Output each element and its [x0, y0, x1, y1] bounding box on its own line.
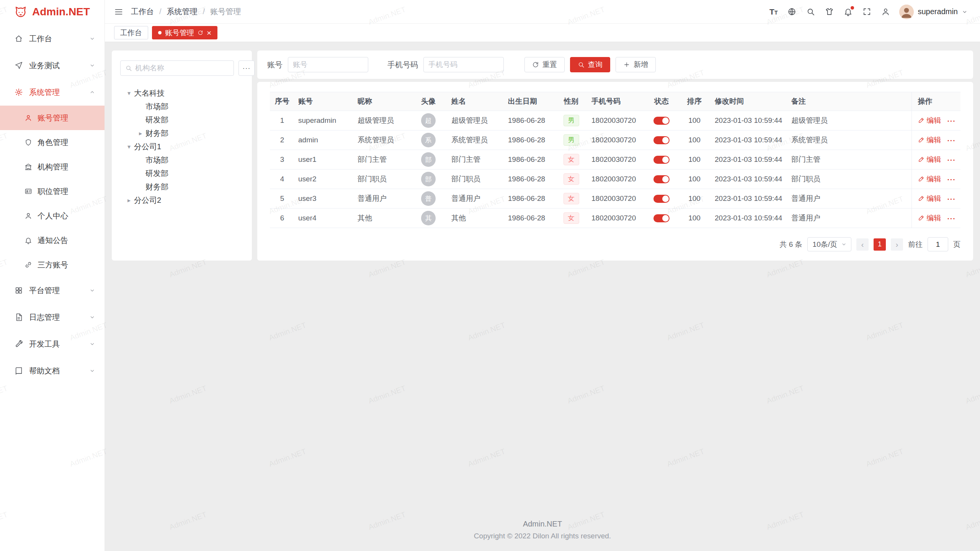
sidebar-item-system[interactable]: 系统管理 [0, 79, 105, 106]
status-toggle[interactable] [653, 175, 670, 183]
row-more-button[interactable]: ··· [947, 195, 956, 203]
user-center-button[interactable] [881, 7, 890, 16]
edit-button[interactable]: 编辑 [918, 135, 941, 145]
menu-collapse-button[interactable] [114, 7, 123, 16]
cell-index: 5 [270, 189, 294, 209]
sidebar-item-workbench[interactable]: 工作台 [0, 25, 105, 52]
tree-node-label: 大名科技 [134, 88, 165, 98]
theme-button[interactable] [825, 7, 834, 16]
breadcrumb-item[interactable]: 账号管理 [210, 7, 241, 17]
bell-button[interactable] [844, 7, 853, 16]
sidebar-item-account[interactable]: 账号管理 [0, 106, 105, 130]
row-more-button[interactable]: ··· [947, 156, 956, 164]
tab-account[interactable]: 账号管理× [152, 26, 217, 39]
status-toggle[interactable] [653, 195, 670, 203]
tree-caret-right-icon[interactable]: ▸ [136, 130, 145, 137]
sidebar-item-business-test[interactable]: 业务测试 [0, 52, 105, 79]
search-button[interactable] [806, 7, 815, 16]
tab-active-dot [158, 31, 162, 34]
add-button[interactable]: 新增 [616, 57, 656, 72]
edit-button[interactable]: 编辑 [918, 194, 941, 204]
sidebar-item-third-account[interactable]: 三方账号 [0, 253, 105, 277]
status-toggle[interactable] [653, 136, 670, 144]
edit-button[interactable]: 编辑 [918, 116, 941, 126]
tab-refresh-icon[interactable] [198, 30, 203, 36]
breadcrumb-item[interactable]: 系统管理 [167, 7, 198, 17]
cell-birth: 1986-06-28 [504, 189, 555, 209]
edit-button[interactable]: 编辑 [918, 174, 941, 184]
tree-node[interactable]: 研发部 [120, 167, 243, 180]
globe-icon [787, 7, 796, 16]
sidebar-item-help[interactable]: 帮助文档 [0, 357, 105, 384]
sidebar-item-notice[interactable]: 通知公告 [0, 228, 105, 253]
row-more-button[interactable]: ··· [947, 137, 956, 145]
sidebar-menu: 工作台业务测试系统管理账号管理角色管理机构管理职位管理个人中心通知公告三方账号平… [0, 24, 105, 551]
search-button[interactable]: 查询 [570, 57, 610, 72]
tree-node[interactable]: ▾分公司1 [120, 140, 243, 153]
sidebar-item-devtools[interactable]: 开发工具 [0, 331, 105, 357]
account-table: 序号账号昵称头像姓名出生日期性别手机号码状态排序修改时间备注操作 1supera… [270, 92, 960, 228]
sidebar-item-role[interactable]: 角色管理 [0, 130, 105, 155]
chevron-down-icon [89, 62, 95, 68]
column-header: 姓名 [448, 92, 504, 111]
tree-node[interactable]: 财务部 [120, 180, 243, 194]
org-search-input[interactable] [135, 64, 229, 72]
next-page-button[interactable]: › [891, 238, 903, 251]
user-menu[interactable]: superadmin [899, 5, 968, 19]
app-logo[interactable]: Admin.NET [0, 0, 105, 24]
cell-order: 100 [678, 189, 711, 209]
cell-status [645, 209, 678, 228]
cell-status [645, 130, 678, 150]
tree-node[interactable]: 研发部 [120, 113, 243, 127]
sidebar-item-platform[interactable]: 平台管理 [0, 277, 105, 304]
org-more-button[interactable]: ··· [238, 60, 255, 76]
account-table-card: 序号账号昵称头像姓名出生日期性别手机号码状态排序修改时间备注操作 1supera… [257, 82, 973, 261]
tree-caret-down-icon[interactable]: ▾ [124, 143, 134, 150]
edit-button[interactable]: 编辑 [918, 213, 941, 223]
row-more-button[interactable]: ··· [947, 176, 956, 184]
tab-close-icon[interactable]: × [207, 29, 211, 37]
row-more-button[interactable]: ··· [947, 117, 956, 125]
switch-knob [662, 137, 669, 143]
sidebar-item-label: 个人中心 [38, 211, 68, 221]
edit-icon [918, 137, 924, 143]
switch-knob [662, 117, 669, 124]
prev-page-button[interactable]: ‹ [856, 238, 869, 251]
font-size-button[interactable]: TT [769, 8, 777, 16]
phone-input[interactable] [428, 60, 499, 69]
page-size-select[interactable]: 10条/页 [807, 237, 851, 251]
sidebar-item-log[interactable]: 日志管理 [0, 304, 105, 331]
cell-remark: 超级管理员 [787, 111, 911, 130]
tree-node[interactable]: 市场部 [120, 153, 243, 167]
status-toggle[interactable] [653, 156, 670, 164]
goto-page-input[interactable] [928, 237, 948, 251]
account-input[interactable] [293, 60, 363, 69]
sidebar-item-org[interactable]: 机构管理 [0, 155, 105, 179]
tree-node[interactable]: ▸财务部 [120, 127, 243, 140]
status-toggle[interactable] [653, 117, 670, 125]
sidebar-item-profile[interactable]: 个人中心 [0, 204, 105, 228]
fullscreen-button[interactable] [862, 7, 871, 16]
tree-node[interactable]: ▸分公司2 [120, 194, 243, 207]
globe-button[interactable] [787, 7, 796, 16]
cell-avatar: 部 [409, 170, 448, 189]
cell-avatar: 系 [409, 130, 448, 150]
tree-node[interactable]: ▾大名科技 [120, 86, 243, 100]
edit-icon [918, 195, 924, 202]
username: superadmin [918, 7, 958, 16]
user-icon [24, 114, 32, 122]
tree-caret-down-icon[interactable]: ▾ [124, 90, 134, 97]
cell-phone: 18020030720 [588, 130, 645, 150]
row-more-button[interactable]: ··· [947, 215, 956, 223]
tree-caret-right-icon[interactable]: ▸ [124, 197, 134, 204]
sidebar-item-post[interactable]: 职位管理 [0, 179, 105, 204]
org-tree: ▾大名科技市场部研发部▸财务部▾分公司1市场部研发部财务部▸分公司2 [120, 86, 243, 207]
status-toggle[interactable] [653, 214, 670, 222]
page-number-button[interactable]: 1 [874, 238, 886, 251]
tree-node[interactable]: 市场部 [120, 100, 243, 113]
breadcrumb-item[interactable]: 工作台 [131, 7, 154, 17]
org-search-input-wrap [120, 60, 234, 76]
edit-button[interactable]: 编辑 [918, 155, 941, 165]
reset-button[interactable]: 重置 [524, 57, 565, 72]
tab-workbench[interactable]: 工作台 [114, 26, 148, 39]
